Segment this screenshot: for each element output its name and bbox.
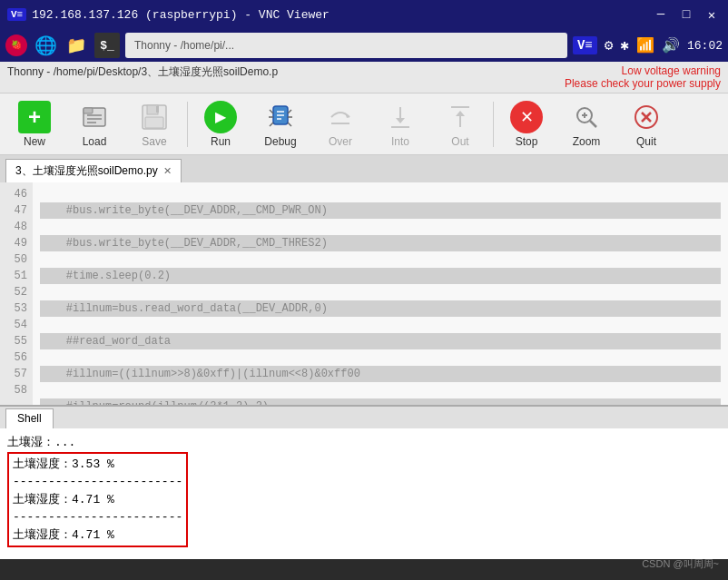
over-icon [324,101,357,133]
watermark: CSDN @叫周周~ [642,557,719,571]
save-icon [138,101,171,133]
toolbar-separator-2 [493,102,494,147]
code-line-52: #illnum=round(illnum/(2*1.2),2) [40,398,721,405]
code-line-51: #illnum=((illnum>>8)&0xff)|(illnum<<8)&0… [40,366,721,382]
code-line-47: #bus.write_byte(__DEV_ADDR,__CMD_THRES2) [40,235,721,251]
run-label: Run [211,135,231,148]
clock: 16:02 [687,39,723,53]
shell-line-1: 土壤湿度：3.53 % [13,456,182,474]
system-bar: 🍓 🌐 📁 $_ Thonny - /home/pi/... V≡ ⚙ ✱ 📶 … [0,29,728,62]
load-icon [78,101,111,133]
svg-line-28 [590,121,596,127]
close-button[interactable]: ✕ [703,7,721,23]
new-button[interactable]: + New [5,98,64,151]
stop-button[interactable]: ✕ Stop [497,98,556,151]
svg-rect-8 [156,106,159,113]
voltage-line1: Low voltage warning [622,64,721,77]
app-title-section: Thonny - /home/pi/... [125,33,567,58]
voltage-line2: Please check your power supply [565,77,721,90]
line-num-55: 55 [5,333,27,349]
line-num-58: 58 [5,382,27,398]
shell-tab[interactable]: Shell [5,408,54,428]
line-num-50: 50 [5,251,27,268]
raspberry-pi-icon[interactable]: 🍓 [5,34,27,56]
svg-marker-25 [456,111,465,116]
quit-icon [630,101,663,133]
minimize-button[interactable]: ─ [652,7,670,23]
code-line-48: #time.sleep(0.2) [40,268,721,284]
file-path: Thonny - /home/pi/Desktop/3、土壤湿度光照soilDe… [7,64,278,90]
shell-line-2: ------------------------ [13,473,182,491]
thonny-title: Thonny - /home/pi/... [134,39,234,52]
shell-line-3: 土壤湿度：4.71 % [13,491,182,509]
stop-icon: ✕ [510,101,543,133]
save-label: Save [142,135,166,148]
window-title: 192.168.137.126 (raspberrypi) - VNC View… [32,8,330,22]
line-num-46: 46 [5,186,27,202]
tab-bar: 3、土壤湿度光照soilDemo.py ✕ [0,155,728,182]
out-icon [444,101,477,133]
shell-tab-bar: Shell [0,407,728,428]
shell-line-5: 土壤湿度：4.71 % [13,526,182,545]
wifi-icon: 📶 [636,36,654,54]
zoom-button[interactable]: Zoom [557,98,615,151]
zoom-icon [570,101,603,133]
tab-label: 3、土壤湿度光照soilDemo.py [15,163,158,179]
window-controls: ─ □ ✕ [652,7,721,23]
terminal-icon[interactable]: $_ [94,33,120,58]
line-num-49: 49 [5,235,27,251]
ve-logo: V≡ [7,8,26,21]
save-button[interactable]: Save [125,98,183,151]
code-editor[interactable]: 46 47 48 49 50 51 52 53 54 55 56 57 58 #… [0,182,728,405]
shell-output[interactable]: 土壤湿：... 土壤湿度：3.53 % --------------------… [0,428,728,559]
svg-line-15 [288,123,291,126]
title-bar: V≡ 192.168.137.126 (raspberrypi) - VNC V… [0,0,728,29]
folder-icon[interactable]: 📁 [64,33,89,58]
sound-icon: 🔊 [662,36,680,54]
shell-line-4: ------------------------ [13,508,182,526]
out-label: Out [451,135,468,148]
over-label: Over [329,135,352,148]
over-button[interactable]: Over [311,98,369,151]
line-num-57: 57 [5,366,27,382]
line-numbers: 46 47 48 49 50 51 52 53 54 55 56 57 58 [0,182,33,405]
run-button[interactable]: ▶ Run [192,98,250,151]
debug-label: Debug [264,135,296,148]
tab-close-button[interactable]: ✕ [163,165,172,177]
zoom-label: Zoom [573,135,601,148]
into-button[interactable]: Into [371,98,429,151]
shell-section: Shell 土壤湿：... 土壤湿度：3.53 % --------------… [0,405,728,559]
new-icon: + [18,101,51,133]
bluetooth-icon: ⚙ [605,36,614,54]
globe-icon[interactable]: 🌐 [33,33,58,58]
line-num-47: 47 [5,202,27,219]
app-menubar: Thonny - /home/pi/Desktop/3、土壤湿度光照soilDe… [0,62,728,93]
run-icon: ▶ [204,101,237,133]
load-button[interactable]: Load [65,98,123,151]
code-line-49: #illnum=bus.read_word_data(__DEV_ADDR,0) [40,300,721,317]
line-num-56: 56 [5,349,27,366]
maximize-button[interactable]: □ [677,7,695,23]
line-num-48: 48 [5,219,27,235]
highlighted-output-block: 土壤湿度：3.53 % ------------------------ 土壤湿… [7,452,188,548]
line-num-54: 54 [5,317,27,333]
debug-icon [264,101,297,133]
stop-label: Stop [516,135,538,148]
debug-button[interactable]: Debug [251,98,310,151]
shell-line-0: 土壤湿：... [7,434,721,452]
bluetooth-bt-icon: ✱ [620,36,629,54]
quit-label: Quit [636,135,656,148]
svg-rect-1 [84,108,93,113]
svg-rect-7 [145,117,163,128]
title-bar-left: V≡ 192.168.137.126 (raspberrypi) - VNC V… [7,8,330,22]
toolbar: + New Load Save [0,93,728,155]
svg-line-14 [270,123,273,126]
new-label: New [24,135,45,148]
voltage-warning-area: Low voltage warning Please check your po… [565,64,721,90]
quit-button[interactable]: Quit [617,98,675,151]
code-line-46: #bus.write_byte(__DEV_ADDR,__CMD_PWR_ON) [40,202,721,219]
svg-marker-22 [396,118,405,123]
code-lines: #bus.write_byte(__DEV_ADDR,__CMD_PWR_ON)… [33,182,728,405]
out-button[interactable]: Out [431,98,489,151]
code-tab[interactable]: 3、土壤湿度光照soilDemo.py ✕ [5,159,182,182]
